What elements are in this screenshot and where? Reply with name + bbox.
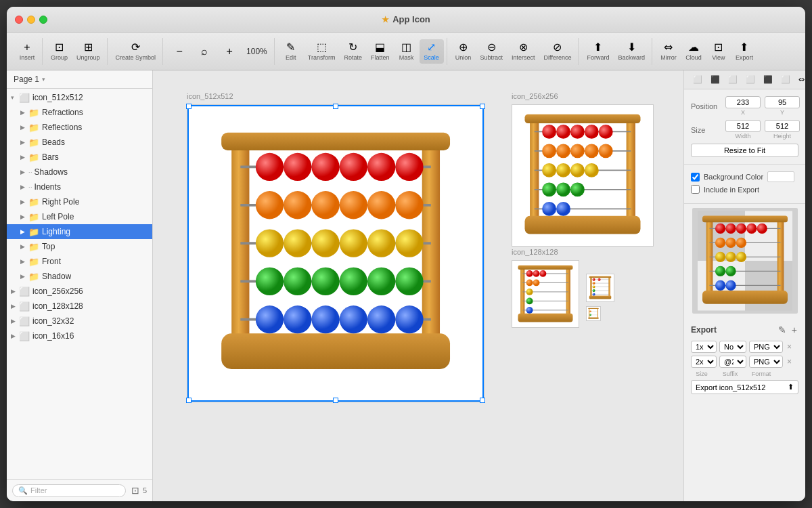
insert-button[interactable]: + Insert (15, 39, 39, 64)
close-button[interactable] (15, 16, 23, 24)
minimize-button[interactable] (27, 16, 35, 24)
tree-item-shadow[interactable]: ▶ 📁 Shadow (7, 269, 152, 284)
mirror-button[interactable]: ⇔ Mirror (656, 39, 681, 64)
svg-point-50 (542, 144, 556, 158)
svg-point-9 (367, 153, 395, 181)
forward-button[interactable]: ⬆ Forward (583, 39, 613, 64)
format-png-select-2[interactable]: PNG (749, 356, 783, 368)
format-png-select-1[interactable]: PNG (749, 341, 783, 353)
distribute-h-btn[interactable]: ⇔ (795, 73, 805, 86)
backward-button[interactable]: ⬇ Backward (614, 39, 649, 64)
suffix-none-select[interactable]: None (719, 341, 746, 353)
tree-item-shadows[interactable]: ▶ · · Shadows (7, 165, 152, 179)
chevron-right-icon: ▶ (20, 213, 28, 220)
tree-item-icon128[interactable]: ▶ ⬜ icon_128x128 (7, 299, 152, 314)
intersect-button[interactable]: ⊗ Intersect (508, 39, 539, 64)
svg-point-5 (256, 153, 284, 181)
canvas-area[interactable]: icon_512x512 (153, 70, 683, 501)
tree-item-lighting[interactable]: ▶ 📁 Lighting (7, 224, 152, 239)
remove-export-2-btn[interactable]: × (786, 356, 793, 368)
align-left-btn[interactable]: ⬜ (690, 73, 706, 86)
view-label: View (712, 54, 725, 61)
edit-button[interactable]: ✎ Edit (279, 39, 303, 64)
rotate-button[interactable]: ↻ Rotate (340, 39, 366, 64)
artboard-128-canvas[interactable] (512, 260, 579, 328)
zoom-out-button[interactable]: − (167, 43, 191, 60)
view-icon: ⊡ (714, 42, 723, 53)
chevron-right-icon: ▶ (20, 124, 28, 131)
tree-item-root[interactable]: ▾ ⬜ icon_512x512 (7, 90, 152, 105)
icon-16-canvas[interactable] (586, 306, 601, 321)
tree-item-reflections[interactable]: ▶ 📁 Reflections (7, 120, 152, 135)
align-center-v-btn[interactable]: ⬛ (760, 73, 776, 86)
transform-button[interactable]: ⬚ Transform (304, 39, 340, 64)
tree-item-icon32[interactable]: ▶ ⬜ icon_32x32 (7, 314, 152, 329)
export-title: Export (691, 325, 717, 335)
svg-point-45 (556, 125, 570, 139)
abacus-512 (187, 105, 484, 402)
align-center-h-btn[interactable]: ⬛ (707, 73, 723, 86)
align-bottom-btn[interactable]: ⬜ (777, 73, 794, 86)
tree-item-indents[interactable]: ▶ · · Indents (7, 179, 152, 194)
include-export-checkbox[interactable] (691, 185, 700, 194)
edit-export-btn[interactable]: ✎ (777, 323, 788, 337)
svg-point-35 (311, 305, 339, 333)
scale-2x-select[interactable]: 2x (691, 356, 717, 368)
export-button[interactable]: ⬆ Export (731, 39, 757, 64)
scale-button[interactable]: ⤢ Scale (420, 39, 444, 64)
group-button[interactable]: ⊡ Group (47, 39, 72, 64)
tree-item-front[interactable]: ▶ 📁 Front (7, 254, 152, 269)
tree-item-icon256[interactable]: ▶ ⬜ icon_256x256 (7, 284, 152, 299)
forward-label: Forward (587, 54, 609, 61)
view-button[interactable]: ⊡ View (706, 39, 731, 64)
background-color-checkbox[interactable] (691, 173, 700, 182)
cloud-button[interactable]: ☁ Cloud (681, 39, 706, 64)
y-input-group: Y (765, 96, 800, 116)
tree-item-refractions[interactable]: ▶ 📁 Refractions (7, 105, 152, 120)
width-input[interactable] (725, 120, 761, 132)
filter-input[interactable]: 🔍 Filter (12, 484, 126, 497)
export-icon512-btn[interactable]: Export icon_512x512 ⬆ (691, 380, 798, 394)
tree-item-beads[interactable]: ▶ 📁 Beads (7, 135, 152, 150)
zoom-in-icon: + (226, 46, 232, 57)
tree-item-icon16[interactable]: ▶ ⬜ icon_16x16 (7, 329, 152, 343)
resize-to-fit-btn[interactable]: Resize to Fit (691, 144, 798, 157)
mirror-label: Mirror (660, 54, 677, 61)
edit-tools: ✎ Edit ⬚ Transform ↻ Rotate ⬓ Flatten ◫ … (276, 38, 447, 65)
height-input[interactable] (765, 120, 800, 132)
tree-item-left-pole[interactable]: ▶ 📁 Left Pole (7, 209, 152, 224)
position-y-input[interactable] (765, 96, 800, 108)
remove-export-1-btn[interactable]: × (786, 341, 793, 353)
ungroup-button[interactable]: ⊞ Ungroup (72, 39, 104, 64)
extra-tools: ⇔ Mirror ☁ Cloud ⊡ View ⬆ Export (654, 38, 760, 65)
create-symbol-label: Create Symbol (116, 54, 156, 61)
suffix-2x-select[interactable]: @2x (719, 356, 746, 368)
tree-item-top[interactable]: ▶ 📁 Top (7, 239, 152, 254)
zoom-level-display[interactable]: 100% (242, 44, 271, 59)
add-export-btn[interactable]: + (790, 323, 798, 337)
sidebar-action-btn[interactable]: ⊡ (130, 484, 141, 497)
icon-32-canvas[interactable] (586, 274, 614, 302)
artboard-main-canvas[interactable] (187, 104, 484, 402)
color-swatch[interactable] (767, 171, 794, 182)
artboard-256-canvas[interactable] (512, 104, 654, 247)
flatten-button[interactable]: ⬓ Flatten (367, 39, 394, 64)
align-top-btn[interactable]: ⬜ (742, 73, 759, 86)
difference-button[interactable]: ⊘ Difference (540, 39, 576, 64)
chevron-right-icon: ▶ (20, 273, 28, 280)
export-col-labels: Size Suffix Format (691, 371, 798, 377)
align-right-btn[interactable]: ⬜ (725, 73, 741, 86)
svg-point-14 (311, 191, 339, 219)
page-selector[interactable]: Page 1 ▾ (7, 70, 152, 89)
zoom-in-button[interactable]: + (217, 43, 242, 60)
tree-item-bars[interactable]: ▶ 📁 Bars (7, 150, 152, 165)
create-symbol-button[interactable]: ⟳ Create Symbol (112, 39, 160, 64)
tree-item-right-pole[interactable]: ▶ 📁 Right Pole (7, 194, 152, 209)
zoom-select[interactable]: ⌕ (192, 43, 217, 60)
position-x-input[interactable] (725, 96, 761, 108)
subtract-button[interactable]: ⊖ Subtract (476, 39, 508, 64)
scale-1x-select[interactable]: 1x (691, 341, 717, 353)
union-button[interactable]: ⊕ Union (451, 39, 476, 64)
maximize-button[interactable] (39, 16, 47, 24)
mask-button[interactable]: ◫ Mask (394, 39, 419, 64)
